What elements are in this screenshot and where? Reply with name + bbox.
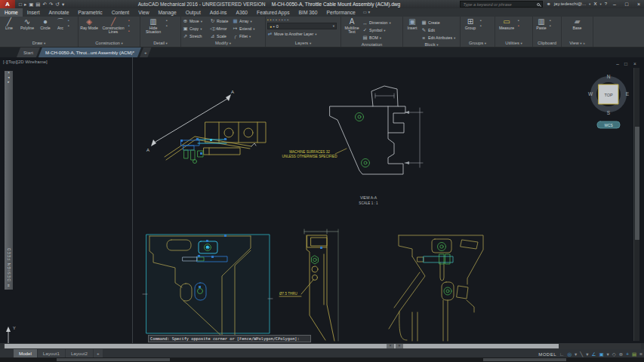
isometric-icon[interactable]: ╲	[580, 350, 583, 358]
viewport-restore-icon[interactable]: □	[624, 61, 627, 66]
clipboard-panel-label[interactable]: Clipboard	[533, 40, 561, 47]
viewcube-north[interactable]: N	[607, 74, 611, 79]
group-button[interactable]: ⊞Group	[462, 17, 479, 30]
viewport-label[interactable]: [-][Top][2D Wireframe]	[3, 60, 48, 64]
viewport-close-icon[interactable]: ×	[633, 61, 636, 66]
layers-panel-label[interactable]: Layers ▾	[266, 40, 340, 47]
layout2-tab[interactable]: Layout2	[66, 349, 93, 357]
viewcube-west[interactable]: W	[588, 91, 593, 97]
circle-button[interactable]: ●Circle	[38, 17, 53, 30]
dimension-button[interactable]: ↔Dimension▾	[362, 19, 391, 26]
construction-panel-label[interactable]: Construction ▾	[79, 40, 140, 47]
layer-off-icon[interactable]: ▪	[279, 17, 280, 22]
close-button[interactable]: ×	[634, 0, 643, 8]
design-feed-title[interactable]: DESIGN FEED	[7, 247, 11, 281]
move-button[interactable]: ⊕Move▾	[183, 17, 210, 25]
section-label-a1[interactable]: A	[146, 148, 149, 152]
open-file-icon[interactable]: ▸	[24, 0, 26, 8]
measure-button[interactable]: ▭Measure	[497, 17, 516, 30]
detail-mini-icon[interactable]: ▪	[166, 24, 168, 28]
scale-button[interactable]: ⊿Scale	[210, 32, 233, 40]
viewcube-east[interactable]: E	[626, 91, 630, 97]
tab-parametric[interactable]: Parametric	[73, 8, 106, 17]
design-feed-palette[interactable]: × ◂ ▸ DESIGN FEED ≡	[5, 71, 13, 290]
redo-icon[interactable]: ↷	[49, 0, 53, 8]
groups-minis[interactable]: ▪ ▪	[480, 17, 482, 28]
copy-clip-icon[interactable]: ▪	[550, 24, 551, 28]
mirror-button[interactable]: ◁▷Mirror	[210, 25, 233, 32]
help-icon[interactable]: ?	[605, 0, 607, 8]
object-snap-icon[interactable]: ▣	[599, 350, 603, 358]
clipboard-minis[interactable]: ▪ ▪	[550, 17, 551, 28]
layer-isolate-icon[interactable]: ▪	[276, 17, 277, 22]
tab-home[interactable]: Home	[0, 8, 23, 17]
viewcube-south[interactable]: S	[607, 110, 611, 115]
detail-panel-label[interactable]: Detail ▾	[140, 40, 180, 47]
model-space-indicator[interactable]: MODEL	[538, 352, 556, 357]
note-line2[interactable]: UNLESS OTHERWISE SPECIFIED	[282, 155, 338, 158]
refresh-icon[interactable]: ↺	[55, 0, 59, 8]
view-scale[interactable]: SCALE 1 : 1	[359, 201, 378, 205]
osnap-caret-icon[interactable]: ▾	[607, 350, 609, 358]
annotation-monitor-icon[interactable]: +	[626, 350, 629, 358]
view-title[interactable]: VIEW A-A	[360, 195, 377, 200]
layer-state-icon[interactable]: ▪	[287, 17, 288, 22]
viewcube-top-label[interactable]: TOP	[604, 93, 613, 97]
isometric-caret-icon[interactable]: ▾	[586, 350, 588, 358]
layer-tools[interactable]: ▪ ▪ ▪ ▪ ▪ ▪ ▪ ▪	[267, 17, 288, 22]
insert-button[interactable]: ▣Insert	[405, 17, 420, 30]
vertical-scrollbar[interactable]	[633, 68, 639, 341]
tab-annotate[interactable]: Annotate	[45, 8, 74, 17]
ungroup-icon[interactable]: ▪	[480, 19, 482, 23]
workspace-icon[interactable]: ⊕	[619, 350, 623, 358]
annotation-panel-label[interactable]: Annotation	[341, 41, 402, 48]
save-icon[interactable]: ▣	[29, 0, 33, 8]
viewport-min-icon[interactable]: –	[616, 61, 619, 66]
create-block-button[interactable]: ▦Create	[421, 19, 455, 26]
polyline-button[interactable]: ∿Polyline	[18, 17, 36, 30]
move-to-layer-button[interactable]: ⇄Move to Another Layer▾	[267, 30, 316, 38]
tab-view[interactable]: View	[134, 8, 153, 17]
draw-swatches[interactable]: ▪ ▪	[68, 17, 69, 28]
tab-manage[interactable]: Manage	[154, 8, 181, 17]
base-button[interactable]: ▰Base	[570, 17, 585, 30]
tab-addins[interactable]: Add-ins	[205, 8, 232, 17]
file-tab-start[interactable]: Start	[17, 48, 40, 57]
utilities-minis[interactable]: ▪ ▪	[518, 17, 519, 28]
horizontal-scrollbar-thumb[interactable]	[5, 344, 559, 348]
hole-callout[interactable]: Ø7.5 THRU	[279, 292, 297, 296]
selection-window[interactable]	[146, 235, 270, 333]
construction-lines-button[interactable]: ╱Construction Lines	[100, 17, 127, 35]
stretch-button[interactable]: ⇗Stretch	[183, 32, 210, 40]
note-line1[interactable]: MACHINE SURFACES 32	[289, 150, 330, 154]
new-file-icon[interactable]: □	[19, 0, 22, 8]
tray-close-icon[interactable]: ×	[387, 344, 394, 348]
file-tab-current[interactable]: M-CH-0050-A, Throt...unt Assembly (ACM)*	[39, 48, 141, 57]
search-input[interactable]	[463, 2, 535, 7]
new-drawing-tab[interactable]: +	[140, 48, 152, 57]
array-button[interactable]: ▦Array▾	[233, 17, 260, 25]
symbol-button[interactable]: ✓Symbol▾	[362, 26, 391, 34]
layer-prev-icon[interactable]: ▪	[285, 17, 286, 22]
ribbon-display-toggle-icon[interactable]: ▭ ▾	[363, 8, 371, 17]
tab-bim360[interactable]: BIM 360	[294, 8, 322, 17]
section-label-a2[interactable]: A	[231, 90, 234, 94]
tab-a360[interactable]: A360	[231, 8, 252, 17]
layout1-tab[interactable]: Layout1	[38, 349, 65, 357]
canvas-background[interactable]	[0, 57, 644, 343]
cut-icon[interactable]: ▪	[550, 19, 551, 23]
tab-output[interactable]: Output	[181, 8, 205, 17]
region-icon[interactable]: ▪	[68, 24, 69, 28]
osnap-icon[interactable]: ∠	[592, 350, 596, 358]
tab-insert[interactable]: Insert	[23, 8, 45, 17]
view-panel-label[interactable]: View ▾ »	[562, 40, 593, 47]
extend-button[interactable]: ↦Extend▾	[233, 25, 260, 32]
qat-dropdown-icon[interactable]: ▾	[62, 0, 64, 8]
modify-panel-label[interactable]: Modify ▾	[181, 40, 265, 47]
layer-on-icon[interactable]: ▪	[267, 17, 269, 22]
model-space-canvas[interactable]: [-][Top][2D Wireframe] – □ × A A	[0, 57, 644, 343]
multiline-text-button[interactable]: AMultiline Text	[343, 17, 361, 35]
signin-user[interactable]: jay.tedeschi@...	[554, 0, 586, 8]
construction-minis[interactable]: ▪ ▪ ▪	[128, 17, 130, 33]
hot-grip[interactable]	[206, 246, 208, 248]
